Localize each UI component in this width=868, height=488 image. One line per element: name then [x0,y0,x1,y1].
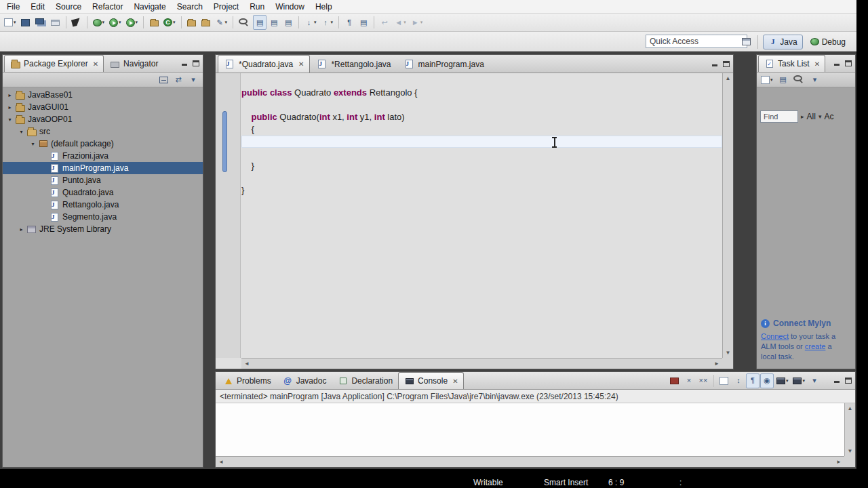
tab-declaration[interactable]: Declaration [332,372,398,389]
menu-refactor[interactable]: Refactor [87,1,128,13]
scroll-right-icon[interactable]: ► [836,459,842,465]
display-selected-console-icon[interactable]: ▾ [774,373,791,388]
save-icon[interactable] [19,15,33,30]
package-explorer-view-menu-icon[interactable]: ▾ [186,73,200,87]
editor-tab-rettangolo-java[interactable]: *Rettangolo.java [310,55,397,73]
terminate-icon[interactable] [668,373,682,388]
menu-source[interactable]: Source [50,1,87,13]
menu-window[interactable]: Window [270,1,310,13]
collapse-arrow-icon[interactable]: ▾ [28,141,37,147]
maximize-icon[interactable] [845,378,852,384]
close-icon[interactable]: ✕ [452,378,458,385]
maximize-icon[interactable] [193,60,199,66]
tree-item-default-package[interactable]: ▾(default package) [3,138,203,150]
clear-console-icon[interactable] [717,373,731,388]
chevron-down-icon[interactable]: ▾ [818,113,822,120]
minimize-icon[interactable] [711,61,718,67]
show-whitespace-icon[interactable]: ¶ [342,15,356,30]
editor-tab-mainprogram-java[interactable]: mainProgram.java [397,55,490,73]
maximize-icon[interactable] [845,60,852,66]
maximize-icon[interactable] [723,61,730,67]
code-editor[interactable]: public class Quadrato extends Rettangolo… [241,73,722,358]
tree-item-jre-system-library[interactable]: ▸JRE System Library [3,223,203,235]
find-scope-all[interactable]: All [807,112,816,121]
categorized-presentation-icon[interactable]: ▤ [776,73,790,87]
tab-navigator[interactable]: Navigator [104,55,163,72]
collapse-all-icon[interactable] [157,73,170,87]
last-edit-location-icon[interactable]: ↩ [378,15,391,30]
find-activate-clipped[interactable]: Ac [824,112,833,121]
menu-run[interactable]: Run [244,1,270,13]
tree-item-punto-java[interactable]: Punto.java [3,174,203,186]
tree-item-segmento-java[interactable]: Segmento.java [3,211,203,223]
menu-project[interactable]: Project [208,1,244,13]
close-icon[interactable]: ✕ [298,60,304,68]
remove-all-launches-icon[interactable]: ×× [696,373,710,388]
print-icon[interactable] [49,15,62,30]
find-scope-arrow-icon[interactable]: ▸ [801,113,804,120]
run-icon[interactable]: ▾ [107,15,123,30]
debug-icon[interactable]: ▾ [91,15,107,30]
tree-item-javabase01[interactable]: ▸JavaBase01 [3,89,203,101]
new-java-class-icon[interactable]: ▾ [161,15,178,30]
scroll-lock-icon[interactable]: ↕ [732,373,745,388]
minimize-icon[interactable] [181,60,188,66]
expand-arrow-icon[interactable]: ▸ [5,92,14,98]
menu-search[interactable]: Search [172,1,208,13]
tab-problems[interactable]: Problems [217,372,277,389]
link-with-editor-icon[interactable]: ⇄ [172,73,185,87]
mylyn-link-create[interactable]: create [805,342,826,350]
menu-edit[interactable]: Edit [25,1,50,13]
tab-package-explorer[interactable]: Package Explorer ✕ [4,55,104,72]
run-external-tools-icon[interactable]: ▾ [124,15,140,30]
mylyn-title-link[interactable]: Connect Mylyn [773,319,831,328]
close-icon[interactable]: ✕ [814,60,820,68]
tree-item-javagui01[interactable]: ▸JavaGUI01 [3,101,203,113]
new-java-project-icon[interactable] [147,15,161,30]
open-type-hierarchy-icon[interactable]: ▤ [281,15,295,30]
pin-console-icon[interactable]: ◉ [760,373,774,388]
tree-item-quadrato-java[interactable]: Quadrato.java [3,186,203,199]
search-icon[interactable] [237,15,252,30]
console-horizontal-scrollbar[interactable]: ◄ ► [216,456,844,467]
close-icon[interactable]: ✕ [93,60,98,68]
new-task-icon[interactable]: ▾ [759,73,775,87]
minimize-icon[interactable] [833,60,840,66]
tree-item-rettangolo-java[interactable]: Rettangolo.java [3,199,203,211]
coverage-icon[interactable]: ▤ [357,15,370,30]
expand-arrow-icon[interactable]: ▸ [5,104,14,110]
previous-annotation-icon[interactable]: ↑▾ [319,15,336,30]
activate-task-icon[interactable] [199,15,213,30]
tab-task-list[interactable]: Task List ✕ [758,55,825,72]
scroll-up-icon[interactable]: ▲ [848,405,853,411]
back-history-icon[interactable]: ◄▾ [392,15,408,30]
tab-console[interactable]: Console✕ [398,372,463,389]
forward-history-icon[interactable]: ►▾ [409,15,425,30]
console-vertical-scrollbar[interactable]: ▲ ▼ [844,403,855,456]
new-wizard-icon[interactable]: ▾ [2,15,18,30]
remove-launch-icon[interactable]: × [682,373,696,388]
menu-help[interactable]: Help [310,1,338,13]
filter-tasks-icon[interactable] [791,73,807,87]
editor-horizontal-scrollbar[interactable]: ◄ ► [241,358,722,369]
scroll-down-icon[interactable]: ▼ [726,350,731,356]
next-annotation-icon[interactable]: ↓▾ [302,15,319,30]
menu-file[interactable]: File [1,1,25,13]
expand-arrow-icon[interactable]: ▸ [17,226,26,232]
task-list-view-menu-icon[interactable]: ▾ [808,73,822,87]
open-task-icon[interactable] [185,15,199,30]
minimize-icon[interactable] [833,378,840,384]
show-annotations-icon[interactable]: ▤ [267,15,281,30]
editor-tab-quadrato-java[interactable]: *Quadrato.java✕ [218,55,310,73]
scroll-right-icon[interactable]: ► [714,361,719,367]
find-input[interactable]: Find [760,110,798,123]
mylyn-link-connect[interactable]: Connect [761,332,789,340]
tree-item-frazioni-java[interactable]: Frazioni.java [3,150,203,162]
open-perspective-button[interactable] [739,35,753,49]
scroll-left-icon[interactable]: ◄ [218,459,224,465]
scroll-up-icon[interactable]: ▲ [726,75,731,81]
scroll-left-icon[interactable]: ◄ [244,361,250,367]
open-console-icon[interactable]: ▾ [791,373,807,388]
collapse-arrow-icon[interactable]: ▾ [17,129,26,135]
console-view-menu-icon[interactable]: ▾ [808,373,821,388]
